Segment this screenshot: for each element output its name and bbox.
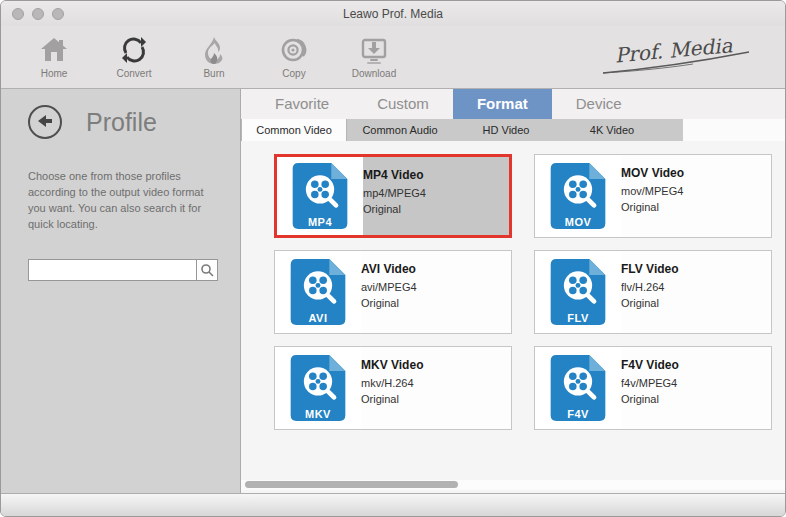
- prof-media-logo: Prof. Media: [597, 31, 757, 83]
- subtab-4k-video[interactable]: 4K Video: [559, 119, 665, 141]
- profile-grid: MP4 MP4 Video mp4/MPEG4 Original: [274, 154, 785, 430]
- toolbar-item-convert[interactable]: Convert: [105, 35, 163, 79]
- convert-icon: [119, 35, 149, 65]
- subtab-common-video[interactable]: Common Video: [241, 119, 347, 141]
- profile-quality: Original: [361, 393, 511, 405]
- status-bar: [1, 493, 785, 516]
- profile-format: mp4/MPEG4: [363, 187, 509, 199]
- toolbar-item-label: Copy: [282, 68, 305, 79]
- format-badge: MP4: [277, 216, 363, 228]
- profile-quality: Original: [621, 297, 771, 309]
- back-button[interactable]: [28, 105, 62, 139]
- profile-quality: Original: [621, 393, 771, 405]
- profile-card-flv[interactable]: FLV FLV Video flv/H.264 Original: [534, 250, 772, 334]
- window-title: Leawo Prof. Media: [343, 7, 443, 21]
- format-subtabs: Common Video Common Audio HD Video 4K Vi…: [241, 119, 785, 141]
- profile-title: F4V Video: [621, 358, 771, 372]
- brand-text: Prof. Media: [614, 33, 734, 67]
- profile-quality: Original: [361, 297, 511, 309]
- content-area: Favorite Custom Format Device Common Vid…: [241, 89, 785, 493]
- profile-format: f4v/MPEG4: [621, 377, 771, 389]
- profile-card-info: F4V Video f4v/MPEG4 Original: [621, 347, 771, 429]
- toolbar-item-label: Burn: [203, 68, 224, 79]
- format-badge: FLV: [535, 312, 621, 324]
- video-file-icon: F4V: [535, 347, 621, 429]
- minimize-window-button[interactable]: [32, 8, 44, 20]
- profile-card-mp4[interactable]: MP4 MP4 Video mp4/MPEG4 Original: [274, 154, 512, 238]
- format-badge: F4V: [535, 408, 621, 420]
- main-area: Profile Choose one from those profiles a…: [1, 89, 785, 493]
- toolbar-item-label: Home: [41, 68, 68, 79]
- subtab-hd-video[interactable]: HD Video: [453, 119, 559, 141]
- video-file-icon: AVI: [275, 251, 361, 333]
- profile-quality: Original: [621, 201, 771, 213]
- horizontal-scrollbar-track[interactable]: [241, 480, 785, 490]
- profile-card-info: MP4 Video mp4/MPEG4 Original: [363, 157, 509, 235]
- profile-format: avi/MPEG4: [361, 281, 511, 293]
- profile-quality: Original: [363, 203, 509, 215]
- search-button[interactable]: [196, 260, 217, 280]
- zoom-window-button[interactable]: [52, 8, 64, 20]
- profile-card-info: MKV Video mkv/H.264 Original: [361, 347, 511, 429]
- page-title: Profile: [86, 108, 157, 137]
- search-input[interactable]: [29, 260, 196, 280]
- close-window-button[interactable]: [12, 8, 24, 20]
- profile-title: FLV Video: [621, 262, 771, 276]
- subtab-common-audio[interactable]: Common Audio: [347, 119, 453, 141]
- tab-format[interactable]: Format: [453, 89, 552, 119]
- profile-card-mov[interactable]: MOV MOV Video mov/MPEG4 Original: [534, 154, 772, 238]
- toolbar-item-home[interactable]: Home: [25, 35, 83, 79]
- profile-header: Profile: [28, 105, 240, 139]
- back-arrow-icon: [35, 111, 55, 134]
- copy-icon: [279, 35, 309, 65]
- horizontal-scrollbar-thumb[interactable]: [245, 481, 458, 488]
- profile-search: [28, 259, 218, 281]
- profile-card-mkv[interactable]: MKV MKV Video mkv/H.264 Original: [274, 346, 512, 430]
- profile-format: mov/MPEG4: [621, 185, 771, 197]
- format-badge: MKV: [275, 408, 361, 420]
- format-badge: AVI: [275, 312, 361, 324]
- home-icon: [39, 35, 69, 65]
- burn-icon: [199, 35, 229, 65]
- format-badge: MOV: [535, 216, 621, 228]
- profile-card-info: FLV Video flv/H.264 Original: [621, 251, 771, 333]
- main-toolbar: Home Convert Burn: [1, 26, 785, 89]
- subtab-filler: [665, 119, 683, 141]
- profile-description: Choose one from those profiles according…: [28, 169, 216, 233]
- toolbar-item-label: Convert: [116, 68, 151, 79]
- profile-card-info: AVI Video avi/MPEG4 Original: [361, 251, 511, 333]
- video-file-icon: FLV: [535, 251, 621, 333]
- download-icon: [359, 35, 389, 65]
- profile-card-info: MOV Video mov/MPEG4 Original: [621, 155, 771, 237]
- profile-title: MOV Video: [621, 166, 771, 180]
- profile-format: flv/H.264: [621, 281, 771, 293]
- toolbar-item-burn[interactable]: Burn: [185, 35, 243, 79]
- profile-title: MP4 Video: [363, 168, 509, 182]
- toolbar-item-label: Download: [352, 68, 396, 79]
- profile-format: mkv/H.264: [361, 377, 511, 389]
- toolbar-item-download[interactable]: Download: [345, 35, 403, 79]
- video-file-icon: MKV: [275, 347, 361, 429]
- toolbar-item-copy[interactable]: Copy: [265, 35, 323, 79]
- search-icon: [200, 263, 214, 277]
- profile-card-f4v[interactable]: F4V F4V Video f4v/MPEG4 Original: [534, 346, 772, 430]
- title-bar: Leawo Prof. Media: [1, 1, 785, 26]
- profile-card-avi[interactable]: AVI AVI Video avi/MPEG4 Original: [274, 250, 512, 334]
- video-file-icon: MOV: [535, 155, 621, 237]
- app-window: Leawo Prof. Media Home: [0, 0, 786, 517]
- profile-title: AVI Video: [361, 262, 511, 276]
- category-tabs: Favorite Custom Format Device: [241, 89, 785, 119]
- tab-custom[interactable]: Custom: [353, 89, 453, 119]
- profile-list: MP4 MP4 Video mp4/MPEG4 Original: [241, 141, 785, 493]
- profile-title: MKV Video: [361, 358, 511, 372]
- video-file-icon: MP4: [277, 157, 363, 235]
- tab-device[interactable]: Device: [552, 89, 646, 119]
- traffic-lights: [12, 8, 64, 20]
- tab-favorite[interactable]: Favorite: [251, 89, 353, 119]
- sidebar: Profile Choose one from those profiles a…: [1, 89, 241, 493]
